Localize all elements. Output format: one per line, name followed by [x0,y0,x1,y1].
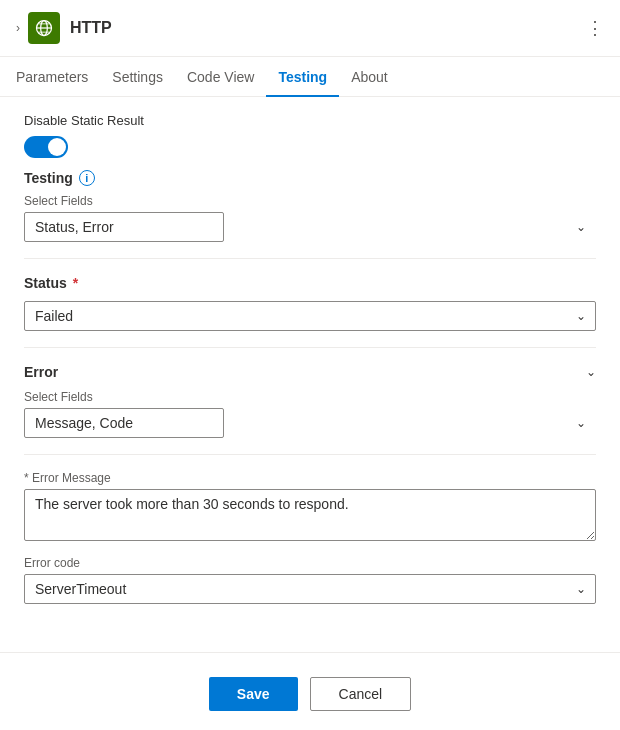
divider-3 [24,454,596,455]
testing-section-title: Testing i [24,170,596,186]
divider-2 [24,347,596,348]
testing-info-icon[interactable]: i [79,170,95,186]
cancel-button[interactable]: Cancel [310,677,412,711]
select-fields-arrow-icon: ⌄ [576,220,586,234]
page-header: › HTTP ⋮ [0,0,620,57]
status-label: Status * [24,275,78,291]
error-select-fields-arrow-icon: ⌄ [576,416,586,430]
testing-label: Testing [24,170,73,186]
select-fields-dropdown[interactable]: Status, Error Status Error All [24,212,224,242]
page-title: HTTP [70,19,586,37]
status-dropdown[interactable]: Failed Succeeded Skipped [24,301,596,331]
tab-about[interactable]: About [339,57,400,97]
error-collapse-icon[interactable]: ⌄ [586,365,596,379]
tab-parameters[interactable]: Parameters [16,57,100,97]
error-code-select-wrap: ServerTimeout GatewayTimeout BadRequest … [24,574,596,604]
status-section-header: Status * [24,275,596,291]
disable-static-toggle-wrap [24,136,596,158]
tab-testing[interactable]: Testing [266,57,339,97]
error-code-dropdown[interactable]: ServerTimeout GatewayTimeout BadRequest … [24,574,596,604]
http-icon [28,12,60,44]
tab-codeview[interactable]: Code View [175,57,266,97]
footer: Save Cancel [0,652,620,730]
select-fields-wrap: Status, Error Status Error All ⌄ [24,212,596,242]
breadcrumb-chevron[interactable]: › [16,21,20,35]
tab-bar: Parameters Settings Code View Testing Ab… [0,57,620,97]
select-fields-label: Select Fields [24,194,596,208]
error-message-label: * Error Message [24,471,596,485]
error-section-header: Error ⌄ [24,364,596,380]
more-options-icon[interactable]: ⋮ [586,19,604,37]
error-message-textarea[interactable]: The server took more than 30 seconds to … [24,489,596,541]
main-content: Disable Static Result Testing i Select F… [0,97,620,636]
save-button[interactable]: Save [209,677,298,711]
disable-static-toggle[interactable] [24,136,68,158]
divider-1 [24,258,596,259]
error-code-label: Error code [24,556,596,570]
error-select-fields-label: Select Fields [24,390,596,404]
disable-static-label: Disable Static Result [24,113,596,128]
error-select-fields-wrap: Message, Code Message Code All ⌄ [24,408,596,438]
error-label: Error [24,364,58,380]
status-required-star: * [69,275,78,291]
tab-settings[interactable]: Settings [100,57,175,97]
error-select-fields-dropdown[interactable]: Message, Code Message Code All [24,408,224,438]
status-select-wrap: Failed Succeeded Skipped ⌄ [24,301,596,331]
